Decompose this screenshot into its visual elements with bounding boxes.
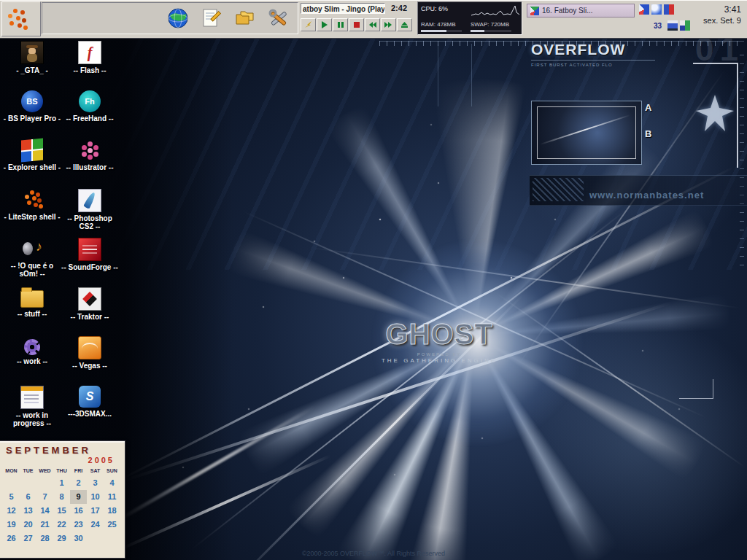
ram-meter [421, 30, 462, 32]
desktop-icon-label: -- stuff -- [3, 310, 61, 318]
calendar-year: 2005 [0, 456, 115, 464]
desktop-icon-work-in-progress[interactable]: -- work in progress -- [3, 386, 61, 427]
tray-badge: 33 [654, 22, 662, 30]
litestep-menu-button[interactable] [1, 1, 41, 36]
desktop-icon-vegas[interactable]: -- Vegas -- [61, 336, 119, 370]
freehand-icon: Fh [79, 90, 101, 112]
bsplayer-icon: BS [21, 90, 43, 112]
3dsmax-icon: S [79, 386, 101, 408]
clock: 3:41 sex. Set. 9 [703, 4, 741, 26]
calendar-empty-cell [87, 532, 104, 545]
desktop-icon-3dsmax[interactable]: S---3DSMAX... [61, 386, 119, 418]
tray-icon[interactable] [680, 20, 690, 31]
desktop-icon-label: -- FreeHand -- [61, 114, 119, 122]
calendar-grid: MONTUEWEDTHUFRISATSUN1234567891011121314… [3, 467, 125, 545]
previous-button[interactable] [365, 18, 380, 31]
o-que-e-o-som-icon [21, 238, 43, 260]
clock-time: 3:41 [703, 4, 741, 15]
calendar-empty-cell [36, 476, 53, 490]
vegas-icon [78, 336, 101, 359]
task-app-icon [530, 7, 539, 15]
desktop-icon-label: -- Illustrator -- [61, 163, 119, 171]
play-button[interactable] [317, 18, 332, 31]
folders-icon[interactable] [233, 7, 257, 30]
desktop-icon-illustrator[interactable]: -- Illustrator -- [61, 139, 119, 171]
desktop-icon-traktor[interactable]: -- Traktor -- [61, 287, 119, 321]
calendar-day-header: TUE [20, 467, 36, 476]
clock-date: sex. Set. 9 [703, 15, 741, 26]
globe-icon[interactable] [166, 7, 190, 30]
explorer-shell-icon [21, 138, 43, 162]
calendar-date-19: 19 [3, 518, 20, 532]
tray-icon[interactable] [664, 4, 674, 15]
work-icon [24, 339, 40, 355]
tray-icon[interactable] [639, 4, 649, 15]
calendar-date-4: 4 [104, 476, 120, 490]
desktop-icon-flash[interactable]: f-- Flash -- [61, 41, 119, 74]
desktop-icon-work[interactable]: -- work -- [3, 336, 61, 365]
shuffle-button[interactable] [301, 18, 316, 31]
tray-icon[interactable] [667, 20, 678, 31]
calendar-date-17: 17 [87, 504, 104, 518]
desktop-icon-gta[interactable]: - _GTA_ - [3, 41, 61, 74]
calendar-date-15: 15 [53, 504, 70, 518]
tools-icon[interactable] [267, 7, 290, 30]
next-button[interactable] [381, 18, 396, 31]
ram-usage-label: RAM: 478MB [421, 21, 456, 28]
desktop-icon-soundforge[interactable]: -- SoundForge -- [61, 238, 119, 271]
eject-button[interactable] [397, 18, 412, 31]
calendar-date-7: 7 [36, 490, 53, 504]
stop-button[interactable] [349, 18, 364, 31]
calendar-widget: SEPTEMBER 2005 MONTUEWEDTHUFRISATSUN1234… [0, 440, 125, 559]
calendar-date-25: 25 [104, 518, 120, 532]
system-monitor: CPU: 6% RAM: 478MB SWAP: 720MB [417, 1, 522, 35]
desktop-icon-label: - Explorer shell - [3, 163, 61, 171]
desktop-icon-explorer-shell[interactable]: - Explorer shell - [3, 139, 61, 171]
desktop-icon-freehand[interactable]: Fh-- FreeHand -- [61, 90, 119, 122]
tray-icon[interactable] [651, 4, 662, 15]
desktop-icon-photoshop-cs2[interactable]: -- Photoshop CS2 -- [61, 189, 119, 230]
player-controls [301, 18, 412, 31]
calendar-empty-cell [20, 476, 36, 490]
calendar-day-header: THU [53, 467, 70, 476]
calendar-date-26: 26 [3, 532, 20, 545]
work-in-progress-icon [20, 386, 44, 409]
desktop-icon-label: -- !O que é o sOm! -- [3, 262, 61, 278]
calendar-date-10: 10 [87, 490, 104, 504]
calendar-date-6: 6 [20, 490, 36, 504]
illustrator-icon [79, 139, 101, 161]
soundforge-icon [78, 238, 101, 261]
calendar-date-13: 13 [20, 504, 36, 518]
swap-usage-label: SWAP: 720MB [471, 21, 509, 28]
playback-elapsed-time: 2:42 [391, 4, 407, 12]
task-button-label: 16. Fatboy Sli... [542, 7, 592, 15]
now-playing-title: atboy Slim - Jingo (Play [301, 3, 385, 14]
desktop-icon-bsplayer[interactable]: BS- BS Player Pro - [3, 90, 61, 122]
desktop-icon-label: -- SoundForge -- [61, 263, 119, 271]
stuff-icon [20, 290, 44, 308]
calendar-date-29: 29 [53, 532, 70, 545]
notes-icon[interactable] [200, 7, 223, 30]
calendar-date-9: 9 [70, 490, 87, 504]
calendar-date-2: 2 [70, 476, 87, 490]
flash-icon: f [78, 41, 101, 64]
calendar-date-12: 12 [3, 504, 20, 518]
quick-launch-strip [42, 2, 298, 34]
taskbar-task-button[interactable]: 16. Fatboy Sli... [527, 4, 635, 18]
calendar-day-header: WED [36, 467, 53, 476]
calendar-day-header: MON [3, 467, 20, 476]
gta-icon [20, 41, 44, 64]
calendar-date-27: 27 [20, 532, 36, 545]
calendar-empty-cell [3, 476, 20, 490]
desktop-icon-label: -- Traktor -- [61, 313, 119, 321]
media-player-module: atboy Slim - Jingo (Play 2:42 [301, 1, 416, 36]
calendar-empty-cell [104, 532, 120, 545]
desktop-icon-litestep-shell[interactable]: - LiteStep shell - [3, 189, 61, 221]
calendar-date-20: 20 [20, 518, 36, 532]
litestep-shell-icon [21, 189, 43, 211]
desktop-icon-o-que-e-o-som[interactable]: -- !O que é o sOm! -- [3, 238, 61, 278]
pause-button[interactable] [333, 18, 348, 31]
litestep-logo-icon [13, 9, 18, 13]
desktop-icon-stuff[interactable]: -- stuff -- [3, 287, 61, 318]
calendar-day-header: SAT [87, 467, 104, 476]
